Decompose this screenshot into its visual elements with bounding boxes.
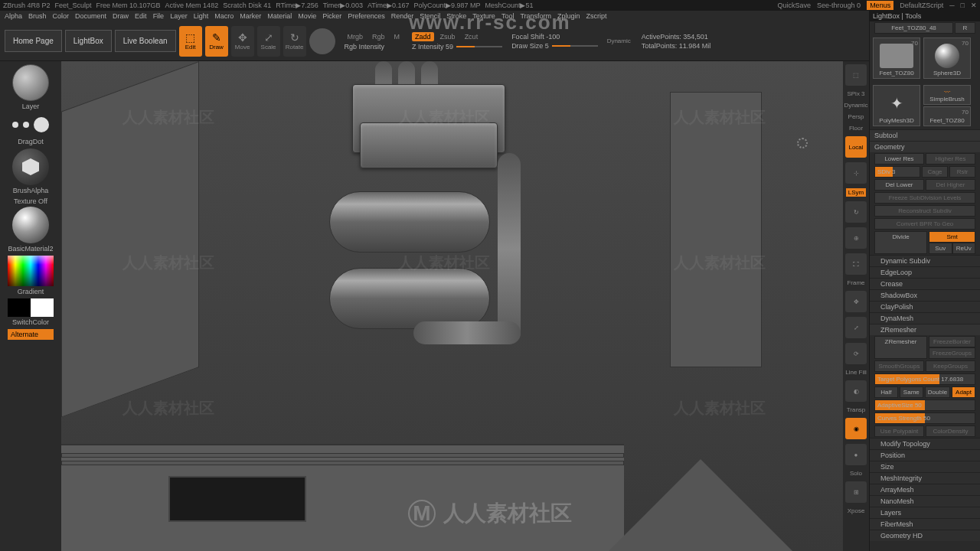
geometry-section[interactable]: Geometry: [870, 141, 980, 152]
scale-icon[interactable]: ⤢: [845, 317, 867, 338]
transp-toggle[interactable]: ◐: [845, 380, 867, 402]
divide-button[interactable]: Divide: [874, 231, 927, 254]
suv-button[interactable]: Suv: [929, 243, 952, 254]
menu-brush[interactable]: Brush: [28, 12, 47, 20]
arraymesh-section[interactable]: ArrayMesh: [870, 484, 980, 495]
homepage-tab[interactable]: Home Page: [5, 30, 62, 52]
shadowbox-section[interactable]: ShadowBox: [870, 289, 980, 301]
meshint-section[interactable]: MeshIntegrity: [870, 472, 980, 484]
convertbpr-button[interactable]: Convert BPR To Geo: [874, 218, 975, 230]
menu-draw[interactable]: Draw: [113, 12, 129, 20]
dynamesh-section[interactable]: DynaMesh: [870, 312, 980, 324]
subtool-section[interactable]: Subtool: [870, 129, 980, 141]
spix-slider[interactable]: SPix 3: [847, 90, 864, 97]
axis-widget[interactable]: ⊹: [845, 162, 867, 184]
menu-color[interactable]: Color: [53, 12, 70, 20]
mrgb-button[interactable]: Mrgb: [345, 32, 367, 41]
polypaint-button[interactable]: Use Polypaint: [874, 425, 924, 437]
r-button[interactable]: R: [955, 22, 975, 34]
sdiv-slider[interactable]: SDiv 3: [874, 166, 920, 178]
xpose-toggle[interactable]: ⊞: [845, 481, 867, 503]
tool-thumb[interactable]: ✦PolyMesh3D: [873, 85, 920, 126]
adapt-button[interactable]: Adapt: [952, 386, 975, 398]
adaptive-slider[interactable]: AdaptiveSize 50: [874, 399, 975, 411]
tool-thumb[interactable]: Feet_TOZ8070: [923, 106, 971, 126]
brush-alpha[interactable]: BrushAlpha: [6, 148, 55, 194]
edgeloop-section[interactable]: EdgeLoop: [870, 266, 980, 278]
menu-alpha[interactable]: Alpha: [5, 12, 22, 20]
edit-button[interactable]: ⬚Edit: [179, 26, 202, 57]
position-section[interactable]: Position: [870, 449, 980, 461]
alternate-button[interactable]: Alternate: [8, 329, 54, 340]
quicksave-button[interactable]: QuickSave: [778, 2, 812, 9]
zremesher-section[interactable]: ZRemesher: [870, 324, 980, 335]
smoothgroups-button[interactable]: SmoothGroups: [874, 360, 924, 372]
rotate-view-icon[interactable]: ⟳: [845, 343, 867, 364]
menu-layer[interactable]: Layer: [170, 12, 188, 20]
colordensity-button[interactable]: ColorDensity: [926, 425, 975, 437]
floor-toggle[interactable]: Floor: [849, 125, 863, 132]
menu-marker[interactable]: Marker: [240, 12, 261, 20]
menu-preferences[interactable]: Preferences: [348, 12, 385, 20]
menu-macro[interactable]: Macro: [214, 12, 234, 20]
rgb-button[interactable]: Rgb: [369, 32, 388, 41]
lowerres-button[interactable]: Lower Res: [874, 153, 924, 165]
menus-button[interactable]: Menus: [867, 1, 893, 10]
freezeborder-button[interactable]: FreezeBorder: [929, 336, 975, 347]
lightbox-tab[interactable]: LightBox: [65, 30, 112, 52]
layers-section[interactable]: Layers: [870, 507, 980, 518]
curves-slider[interactable]: Curves Strength 50: [874, 412, 975, 424]
frame-button[interactable]: ⛶: [845, 253, 867, 275]
zremesher-button[interactable]: ZRemesher: [874, 336, 927, 359]
reconstruct-button[interactable]: Reconstruct Subdiv: [874, 205, 975, 217]
liveboolean-tab[interactable]: Live Boolean: [115, 30, 176, 52]
geohd-section[interactable]: Geometry HD: [870, 530, 980, 541]
local-toggle[interactable]: Local: [845, 136, 867, 158]
close-icon[interactable]: ✕: [971, 2, 977, 9]
layer-brush[interactable]: Layer: [6, 64, 55, 110]
modifytopo-section[interactable]: Modify Topology: [870, 438, 980, 449]
menu-document[interactable]: Document: [75, 12, 106, 20]
bpr-button[interactable]: ⬚: [845, 64, 867, 86]
current-tool[interactable]: Feet_TOZ80_48: [874, 22, 953, 34]
dellower-button[interactable]: Del Lower: [874, 179, 924, 191]
menu-material[interactable]: Material: [267, 12, 292, 20]
menu-file[interactable]: File: [153, 12, 165, 20]
rotate-icon[interactable]: ↻: [845, 201, 867, 223]
move-icon[interactable]: ✥: [845, 291, 867, 312]
zoom-icon[interactable]: ⊕: [845, 227, 867, 249]
menu-picker[interactable]: Picker: [322, 12, 341, 20]
linefill-toggle[interactable]: Line Fill: [845, 369, 867, 376]
freeze-button[interactable]: Freeze SubDivision Levels: [874, 192, 975, 204]
solo-toggle[interactable]: ●: [845, 444, 867, 465]
dragdot-stroke[interactable]: DragDot: [6, 113, 55, 145]
freezegroups-button[interactable]: FreezeGroups: [929, 347, 975, 359]
brush-preview[interactable]: [309, 28, 335, 54]
dynsubdiv-section[interactable]: Dynamic Subdiv: [870, 255, 980, 266]
scale-button[interactable]: ⤢Scale: [257, 26, 280, 57]
default-zscript[interactable]: DefaultZScript: [900, 2, 943, 9]
keepgroups-button[interactable]: KeepGroups: [926, 360, 975, 372]
smt-button[interactable]: Smt: [929, 231, 975, 243]
viewport[interactable]: [61, 61, 869, 551]
rstr-button[interactable]: Rstr: [949, 166, 975, 178]
draw-button[interactable]: ✎Draw: [205, 26, 228, 57]
menu-light[interactable]: Light: [194, 12, 209, 20]
same-button[interactable]: Same: [900, 386, 923, 398]
draw-size-slider[interactable]: Draw Size 5: [511, 42, 598, 50]
higherres-button[interactable]: Higher Res: [926, 153, 975, 165]
lsym-toggle[interactable]: LSym: [846, 188, 866, 197]
tool-thumb[interactable]: Sphere3D70: [923, 37, 971, 79]
claypolish-section[interactable]: ClayPolish: [870, 301, 980, 312]
menu-zscript[interactable]: Zscript: [586, 12, 607, 20]
double-button[interactable]: Double: [925, 386, 950, 398]
move-button[interactable]: ✥Move: [231, 26, 254, 57]
reuv-button[interactable]: ReUv: [952, 243, 976, 254]
maximize-icon[interactable]: □: [961, 2, 965, 9]
texture-slot[interactable]: Texture OffBasicMaterial2: [6, 197, 55, 253]
rotate-button[interactable]: ↻Rotate: [283, 26, 306, 57]
target-polygons-slider[interactable]: Target Polygons Count 17.6838: [874, 373, 975, 385]
nanomesh-section[interactable]: NanoMesh: [870, 495, 980, 507]
rgb-intensity-slider[interactable]: Rgb Intensity: [345, 43, 403, 51]
minimize-icon[interactable]: ─: [949, 2, 954, 9]
